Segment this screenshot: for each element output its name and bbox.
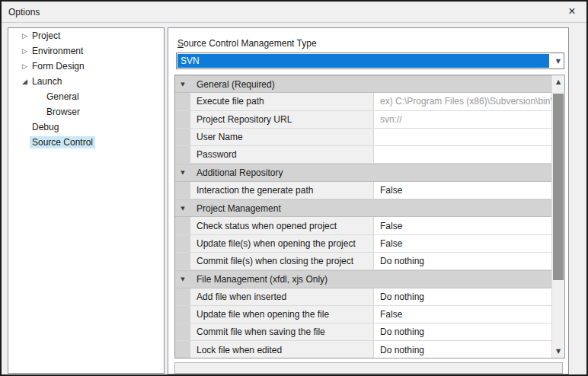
titlebar[interactable]: Options × [2, 2, 586, 23]
property-label: Interaction the generate path [190, 182, 373, 199]
section-gutter: ▼ [175, 76, 190, 92]
close-icon[interactable]: × [559, 2, 585, 21]
property-row-password: Password [175, 146, 551, 164]
tree-item-environment[interactable]: ▷Environment [8, 43, 164, 59]
property-value-field[interactable] [373, 146, 551, 163]
property-row-commit-file-s-when-closing-the-project: Commit file(s) when closing the projectD… [175, 253, 551, 270]
tree-item-label: Project [30, 30, 62, 42]
expand-icon[interactable]: ▷ [20, 28, 30, 43]
section-gutter: ▼ [175, 200, 190, 216]
property-row-user-name: User Name [175, 129, 551, 146]
tree-item-label: Launch [30, 75, 64, 88]
property-label: Execute file path [190, 93, 373, 110]
property-label: Commit file when saving the file [190, 323, 373, 340]
tree-item-label: Browser [44, 106, 82, 118]
section-label: Project Management [190, 200, 281, 216]
property-label: Update file(s) when opening the project [190, 235, 373, 252]
section-label: General (Required) [190, 76, 275, 92]
section-header-file-management-xfdl-xjs-only[interactable]: ▼File Management (xfdl, xjs Only) [175, 270, 551, 288]
tree-item-browser[interactable]: Browser [8, 104, 164, 119]
row-gutter [175, 323, 190, 340]
row-gutter [175, 182, 190, 199]
tree-item-label: General [44, 91, 81, 103]
property-value-field[interactable]: False [373, 182, 551, 199]
property-label: Check status when opened project [190, 217, 373, 234]
property-grid-rows: ▼General (Required)Execute file pathex) … [175, 75, 551, 358]
row-gutter [175, 111, 190, 128]
tree-item-label: Source Control [30, 136, 95, 148]
description-panel [174, 362, 563, 374]
tree-item-label: Environment [30, 45, 85, 57]
tree-item-debug[interactable]: Debug [8, 119, 164, 135]
options-dialog: Options × ▷Project▷Environment▷Form Desi… [0, 0, 588, 376]
collapse-section-icon[interactable]: ▼ [181, 170, 184, 176]
collapse-section-icon[interactable]: ▼ [181, 81, 184, 88]
window-title: Options [2, 7, 40, 18]
section-label: Additional Repository [190, 164, 283, 180]
property-value-field[interactable]: Do nothing [373, 323, 551, 340]
property-label: Lock file when edited [190, 341, 373, 358]
property-row-update-file-s-when-opening-the-project: Update file(s) when opening the projectF… [175, 235, 551, 253]
section-header-additional-repository[interactable]: ▼Additional Repository [175, 164, 551, 181]
scrollbar-thumb[interactable] [553, 94, 564, 280]
row-gutter [175, 341, 190, 358]
tree-item-form-design[interactable]: ▷Form Design [8, 59, 164, 74]
scm-type-selected-value: SVN [177, 54, 549, 68]
row-gutter [175, 217, 190, 234]
expand-icon[interactable]: ▷ [20, 59, 30, 74]
collapse-section-icon[interactable]: ▼ [181, 206, 184, 212]
property-label: Project Repository URL [190, 111, 373, 128]
property-label: Password [190, 146, 373, 163]
tree-item-project[interactable]: ▷Project [8, 28, 164, 43]
scm-type-dropdown[interactable]: SVN ▼ [176, 53, 564, 69]
options-tree: ▷Project▷Environment▷Form Design◢LaunchG… [8, 27, 165, 374]
property-row-add-file-when-inserted: Add file when insertedDo nothing [175, 288, 551, 306]
source-control-settings-panel: Source Control Management Type SVN ▼ ▼Ge… [168, 27, 569, 374]
row-gutter [175, 306, 190, 323]
tree-item-launch[interactable]: ◢Launch [8, 74, 164, 89]
grid-scrollbar[interactable]: ▲ ▼ [551, 75, 564, 358]
property-row-commit-file-when-saving-the-file: Commit file when saving the fileDo nothi… [175, 323, 551, 341]
property-label: Add file when inserted [190, 288, 373, 305]
property-label: Commit file(s) when closing the project [190, 253, 373, 269]
section-header-general-required[interactable]: ▼General (Required) [175, 75, 551, 93]
property-grid: ▼General (Required)Execute file pathex) … [174, 75, 565, 358]
property-value-field[interactable]: ex) C:\Program Files (x86)\Subversion\bi… [373, 93, 551, 110]
tree-item-general[interactable]: General [8, 89, 164, 104]
section-gutter: ▼ [175, 271, 190, 287]
property-label: Update file when opening the file [190, 306, 373, 323]
tree-item-label: Debug [30, 121, 61, 133]
scroll-up-icon[interactable]: ▲ [552, 76, 564, 88]
property-value-field[interactable]: False [373, 235, 551, 252]
property-label: User Name [190, 129, 373, 145]
property-value-field[interactable]: Do nothing [373, 253, 551, 269]
property-value-field[interactable]: Do nothing [373, 288, 551, 305]
section-label: File Management (xfdl, xjs Only) [190, 271, 328, 287]
row-gutter [175, 288, 190, 305]
scm-type-label-rest: ource Control Management Type [184, 38, 317, 49]
tree-item-label: Form Design [30, 60, 87, 72]
expand-icon[interactable]: ▷ [20, 43, 30, 59]
chevron-down-icon[interactable]: ▼ [556, 58, 561, 65]
property-value-field[interactable]: False [373, 217, 551, 234]
property-value-field[interactable]: Do nothing [373, 341, 551, 358]
collapse-section-icon[interactable]: ▼ [181, 276, 184, 282]
scm-type-label-mnemonic: S [177, 38, 184, 49]
property-row-interaction-the-generate-path: Interaction the generate pathFalse [175, 182, 551, 199]
property-value-field[interactable]: svn:// [373, 111, 551, 128]
row-gutter [175, 253, 190, 269]
section-gutter: ▼ [175, 164, 190, 180]
property-row-execute-file-path: Execute file pathex) C:\Program Files (x… [175, 93, 551, 110]
row-gutter [175, 129, 190, 145]
scroll-down-icon[interactable]: ▼ [552, 346, 564, 357]
row-gutter [175, 146, 190, 163]
section-header-project-management[interactable]: ▼Project Management [175, 199, 551, 217]
property-value-field[interactable] [373, 129, 551, 145]
scm-type-label: Source Control Management Type [177, 38, 317, 49]
collapse-icon[interactable]: ◢ [20, 74, 30, 89]
row-gutter [175, 235, 190, 252]
row-gutter [175, 93, 190, 110]
property-value-field[interactable]: False [373, 306, 551, 323]
property-row-update-file-when-opening-the-file: Update file when opening the fileFalse [175, 306, 551, 323]
tree-item-source-control[interactable]: Source Control [8, 135, 164, 150]
